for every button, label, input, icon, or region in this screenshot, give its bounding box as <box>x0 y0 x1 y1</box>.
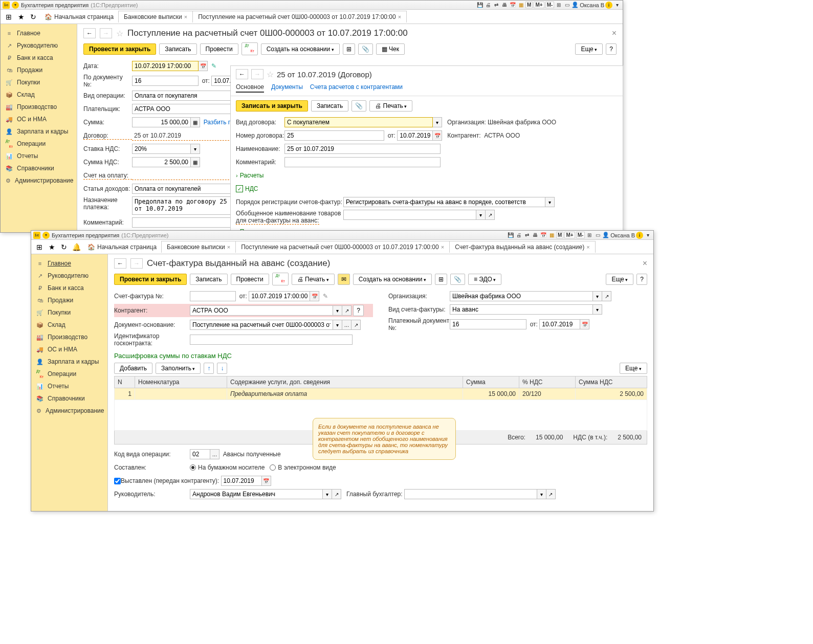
calendar-icon[interactable]: 📅 <box>310 291 319 301</box>
contract-name-input[interactable] <box>284 144 441 154</box>
sidebar-hr[interactable]: 👤Зарплата и кадры <box>1 125 77 138</box>
table-row[interactable]: 1 Предварительная оплата 15 000,00 20/12… <box>115 388 647 400</box>
info-icon[interactable]: i <box>605 2 612 9</box>
radio-electronic[interactable] <box>270 464 276 471</box>
fill-button[interactable]: Заполнить <box>156 363 201 374</box>
post-close-button[interactable]: Провести и закрыть <box>114 274 187 285</box>
open-icon[interactable]: ↗ <box>602 291 611 301</box>
contract-date-input[interactable] <box>397 130 433 141</box>
menu-icon[interactable]: ▾ <box>644 232 651 239</box>
open-icon[interactable]: ↗ <box>351 320 361 330</box>
contract-value[interactable]: 25 от 10.07.2019 <box>132 131 234 141</box>
tab-main[interactable]: Основное <box>236 82 264 93</box>
income-input[interactable] <box>132 184 234 194</box>
calc-icon[interactable]: ▦ <box>191 117 200 127</box>
more-icon[interactable]: … <box>342 320 351 330</box>
window-icon[interactable]: ⊞ <box>555 2 562 9</box>
help-button[interactable]: ? <box>353 305 364 316</box>
sidebar-sales[interactable]: 🛍Продажи <box>31 294 107 306</box>
calc-icon[interactable]: ▦ <box>517 2 524 9</box>
sidebar-production[interactable]: 🏭Производство <box>31 331 107 343</box>
gos-input[interactable] <box>190 335 353 345</box>
move-down-icon[interactable]: ↓ <box>217 363 227 374</box>
dropdown-icon[interactable]: ▾ <box>42 232 50 239</box>
calc-icon[interactable]: ▦ <box>191 157 200 167</box>
optype-input[interactable] <box>132 91 234 101</box>
more-button[interactable]: Еще <box>575 43 603 55</box>
dropdown-icon[interactable]: ▾ <box>333 305 342 316</box>
sfnum-input[interactable] <box>190 291 236 301</box>
write-button[interactable]: Записать <box>159 43 196 55</box>
dropdown-icon[interactable]: ▾ <box>545 197 555 207</box>
dropdown-icon[interactable]: ▾ <box>12 2 19 9</box>
vat-checkbox[interactable]: ✓ <box>236 185 243 192</box>
dropdown-icon[interactable]: ▾ <box>333 320 342 330</box>
user-badge[interactable]: 👤 Оксана В <box>572 2 604 8</box>
panel-icon[interactable]: ▭ <box>594 232 601 239</box>
date-input[interactable] <box>132 61 199 71</box>
invoice-value[interactable] <box>132 171 234 180</box>
sidebar-assets[interactable]: 🚚ОС и НМА <box>31 343 107 356</box>
bell-icon[interactable]: 🔔 <box>70 241 82 253</box>
tab-bank-statements[interactable]: Банковские выписки× <box>161 241 236 253</box>
tab-close-icon[interactable]: × <box>184 14 187 20</box>
org-input[interactable] <box>450 291 593 301</box>
dropdown-icon[interactable]: ▾ <box>476 210 486 220</box>
sidebar-manager[interactable]: ↗Руководителю <box>1 39 77 52</box>
sidebar-purchases[interactable]: 🛒Покупки <box>1 76 77 88</box>
structure-icon[interactable]: ⊞ <box>435 274 447 285</box>
mem-mplus[interactable]: M+ <box>534 2 544 8</box>
calc-icon[interactable]: ▦ <box>548 232 555 239</box>
sftype-input[interactable] <box>450 304 593 315</box>
attach-icon[interactable]: 📎 <box>351 100 366 112</box>
favorite-star-icon[interactable]: ★ <box>15 11 27 23</box>
create-based-button[interactable]: Создать на основании <box>261 43 340 55</box>
kontr-input[interactable] <box>190 305 333 316</box>
sidebar-admin[interactable]: ⚙Администрирование <box>31 405 107 417</box>
post-close-button[interactable]: Провести и закрыть <box>83 43 156 55</box>
table-more-button[interactable]: Еще <box>620 363 647 374</box>
mem-m[interactable]: M <box>556 232 563 238</box>
print-button[interactable]: 🖨 Печать <box>292 274 335 285</box>
comment-input[interactable] <box>132 217 234 228</box>
info-icon[interactable]: i <box>636 232 643 239</box>
sidebar-catalogs[interactable]: 📚Справочники <box>1 162 77 174</box>
more-button[interactable]: Еще <box>606 274 633 285</box>
tab-home[interactable]: 🏠 Начальная страница <box>39 11 119 23</box>
print-button[interactable]: 🖨 Печать <box>369 100 412 112</box>
more-icon[interactable]: … <box>210 449 219 459</box>
dtkt-button[interactable] <box>272 273 289 285</box>
sidebar-main[interactable]: ≡Главное <box>1 27 77 39</box>
post-button[interactable]: Провести <box>231 274 269 285</box>
tab-receipt[interactable]: Поступление на расчетный счет 0Ш00-00000… <box>235 241 450 253</box>
radio-paper[interactable] <box>190 464 196 471</box>
sidebar-bank[interactable]: ₽Банк и касса <box>31 282 107 294</box>
back-button[interactable]: ← <box>114 258 126 269</box>
tab-close-icon[interactable]: × <box>398 14 401 20</box>
tab-close-icon[interactable]: × <box>227 244 230 250</box>
sidebar-admin[interactable]: ⚙Администрирование <box>1 174 77 187</box>
mem-mminus[interactable]: M- <box>576 232 585 238</box>
save-icon[interactable]: 💾 <box>507 232 514 239</box>
purpose-input[interactable]: Предоплата по договору 25 от 10.07.2019 <box>132 196 234 215</box>
head-input[interactable] <box>190 489 323 499</box>
attach-icon[interactable]: 📎 <box>358 43 373 55</box>
attach-icon[interactable]: 📎 <box>450 274 465 285</box>
back-button[interactable]: ← <box>83 28 96 38</box>
sidebar-main[interactable]: ≡Главное <box>31 257 107 270</box>
calendar-icon[interactable]: 📅 <box>262 476 271 486</box>
star-icon[interactable]: ☆ <box>267 70 274 79</box>
calendar-icon[interactable]: 📅 <box>433 130 442 141</box>
help-button[interactable]: ? <box>636 274 647 285</box>
vatsum-input[interactable] <box>132 157 191 167</box>
opcode-input[interactable] <box>190 449 210 459</box>
back-button[interactable]: ← <box>236 69 248 79</box>
forward-button[interactable]: → <box>130 258 143 269</box>
open-icon[interactable]: ↗ <box>546 489 556 499</box>
tab-documents[interactable]: Документы <box>271 82 303 93</box>
history-icon[interactable]: ↻ <box>58 241 70 253</box>
print-icon[interactable]: 🖨 <box>485 2 492 9</box>
write-button[interactable]: Записать <box>190 274 227 285</box>
write-close-button[interactable]: Записать и закрыть <box>236 100 308 112</box>
sum-input[interactable] <box>132 117 191 127</box>
